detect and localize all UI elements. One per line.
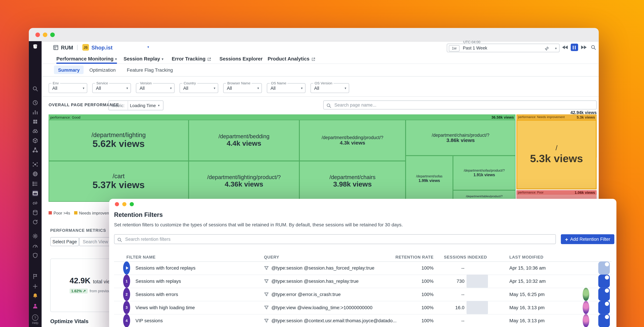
treemap-tile[interactable]: /department/lighting5.62k views <box>49 120 188 161</box>
minimize-window-button[interactable] <box>43 32 48 37</box>
column-filter-name[interactable]: FILTER NAME <box>126 253 156 262</box>
close-window-button[interactable] <box>115 202 119 206</box>
tab-error-tracking[interactable]: Error Tracking <box>172 54 211 63</box>
table-row[interactable]: 3 Views with high loading time @type:vie… <box>114 301 612 314</box>
ci-pipelines-icon[interactable] <box>32 219 38 225</box>
watchdog-icon[interactable] <box>32 128 38 134</box>
table-row[interactable]: Sessions with forced replays @type:sessi… <box>114 262 612 275</box>
chevron-down-icon: ▾ <box>258 86 259 90</box>
treemap-tile[interactable]: /department/chairs/product/?3.86k views <box>406 120 516 156</box>
metrics-icon[interactable] <box>32 109 38 115</box>
tab-product-analytics[interactable]: Product Analytics <box>268 54 315 63</box>
filter-toggle[interactable] <box>598 301 610 314</box>
treemap-group-header: performance: Good36.58k views <box>49 114 516 120</box>
pin-icon[interactable] <box>544 45 549 50</box>
toolbar-search-icon[interactable] <box>590 44 596 50</box>
help-icon[interactable]: ? <box>32 314 38 320</box>
integrations-icon[interactable] <box>32 200 38 206</box>
time-range-picker[interactable]: 1w Past 1 Week ▾ <box>447 44 560 52</box>
filter-toggle[interactable] <box>598 275 610 288</box>
treemap-tile[interactable]: /department/chairs3.98k views <box>299 161 406 202</box>
datadog-logo-icon[interactable] <box>32 44 38 50</box>
security-shield-icon[interactable] <box>32 252 38 258</box>
treemap-tile[interactable]: /department/bedding/product/?4.3k views <box>299 120 406 161</box>
recents-icon[interactable] <box>32 100 38 106</box>
subtab-feature-flag-tracking[interactable]: Feature Flag Tracking <box>123 66 177 74</box>
treemap-tile[interactable]: /cart5.37k views <box>49 161 188 202</box>
service-chevron-down-icon[interactable]: ▾ <box>148 45 149 49</box>
filter-browser-name[interactable]: Browser NameAll▾ <box>223 83 262 93</box>
apm-icon[interactable] <box>32 147 38 153</box>
close-window-button[interactable] <box>36 32 40 37</box>
pause-button[interactable] <box>571 44 578 51</box>
skip-back-icon[interactable] <box>561 44 569 51</box>
filter-country[interactable]: CountryAll▾ <box>180 83 218 93</box>
workflows-flag-icon[interactable] <box>32 273 38 280</box>
tab-session-replay[interactable]: Session Replay▾ <box>124 54 163 63</box>
retention-filter-search[interactable] <box>114 234 556 244</box>
tab-performance-monitoring[interactable]: Performance Monitoring▾ <box>56 54 117 63</box>
avatar[interactable] <box>583 301 589 314</box>
treemap-tile[interactable]: /department/lighting/product/?4.36k view… <box>188 161 300 202</box>
filter-version[interactable]: VersionAll▾ <box>136 83 174 93</box>
search-icon[interactable] <box>32 86 38 92</box>
tab-sessions-explorer[interactable]: Sessions Explorer <box>220 54 262 63</box>
plus-icon: + <box>565 236 568 242</box>
profile-icon[interactable] <box>32 303 38 309</box>
retention-filter-search-input[interactable] <box>124 235 554 244</box>
filter-env[interactable]: EnvAll▾ <box>49 83 87 93</box>
avatar[interactable] <box>583 314 589 327</box>
range-short-badge[interactable]: 1w <box>449 45 460 51</box>
settings-gear-icon[interactable] <box>32 233 38 239</box>
metric-select[interactable]: Metric: Loading Time ▾ <box>108 100 164 110</box>
treemap-tile[interactable]: /department/sofas/product/?1.91k views <box>453 156 516 190</box>
dashboards-icon[interactable] <box>32 118 38 125</box>
column-sessions-indexed[interactable]: SESSIONS INDEXED <box>444 253 487 262</box>
rum-icon[interactable] <box>32 190 38 196</box>
avatar[interactable] <box>583 288 589 301</box>
column-query[interactable]: QUERY <box>264 253 279 262</box>
logs-icon[interactable] <box>32 210 38 216</box>
treemap-tile[interactable]: /department/bedding4.4k views <box>188 120 300 161</box>
synthetics-icon[interactable] <box>32 181 38 187</box>
filter-service[interactable]: ServiceAll▾ <box>92 83 131 93</box>
column-retention-rate[interactable]: RETENTION RATE <box>392 253 434 262</box>
table-row[interactable]: 4 VIP sessions @type:session @context.us… <box>114 314 612 327</box>
service-selector[interactable]: Shop.ist <box>91 44 112 50</box>
filter-toggle[interactable] <box>598 262 610 275</box>
filter-funnel-icon <box>264 262 269 275</box>
add-retention-filter-button[interactable]: + Add Retention Filter <box>561 234 614 244</box>
maximize-window-button[interactable] <box>50 32 55 37</box>
treemap-tile[interactable]: / 5.3k views <box>517 120 596 189</box>
maximize-window-button[interactable] <box>130 202 134 206</box>
column-last-modified[interactable]: LAST MODIFIED <box>510 253 544 262</box>
add-icon[interactable] <box>32 283 38 290</box>
page-search-input[interactable] <box>334 101 594 109</box>
table-row[interactable]: 2 Sessions with errors @type:error @erro… <box>114 288 612 301</box>
chevron-down-icon: ▾ <box>158 104 160 107</box>
legend-poor-swatch <box>49 211 52 214</box>
sessions-indexed-bar <box>466 301 488 314</box>
filter-toggle[interactable] <box>598 288 610 301</box>
monitors-gauge-icon[interactable] <box>32 243 38 249</box>
range-chevron-down-icon[interactable]: ▾ <box>555 46 557 50</box>
ux-monitoring-icon[interactable] <box>32 171 38 177</box>
filter-toggle[interactable] <box>598 314 610 327</box>
filter-os-name[interactable]: OS NameAll▾ <box>267 83 306 93</box>
filter-play-badge[interactable] <box>123 262 130 275</box>
help-label[interactable]: Help <box>29 321 42 325</box>
notifications-bell-icon[interactable] <box>32 292 38 299</box>
treemap-group-body: /department/lighting5.62k views /cart5.3… <box>49 120 516 202</box>
page-search[interactable] <box>323 100 596 110</box>
window-titlebar[interactable] <box>29 28 599 42</box>
minimize-window-button[interactable] <box>122 202 126 206</box>
infrastructure-icon[interactable] <box>32 138 38 144</box>
service-map-icon[interactable] <box>32 161 38 168</box>
select-page-tab[interactable]: Select Page <box>50 237 79 246</box>
filter-os-version[interactable]: OS VersionAll▾ <box>310 83 349 93</box>
table-row[interactable]: 1 Sessions with replays @type:session @s… <box>114 275 612 288</box>
subtab-summary[interactable]: Summary <box>54 66 84 74</box>
skip-forward-icon[interactable] <box>580 44 588 51</box>
treemap-tile[interactable]: /department/sofas1.99k views <box>406 156 453 202</box>
subtab-optimization[interactable]: Optimization <box>85 66 120 74</box>
